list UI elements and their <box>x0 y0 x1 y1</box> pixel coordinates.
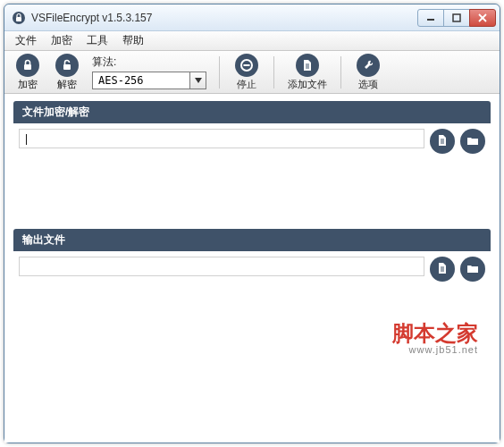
file-panel-body <box>13 123 491 222</box>
folder-icon <box>466 262 479 277</box>
toolbar-separator <box>273 56 274 89</box>
folder-icon <box>466 134 479 149</box>
file-panel-header: 文件加密/解密 <box>13 101 491 123</box>
file-path-input[interactable] <box>19 129 424 148</box>
toolbar-separator <box>340 56 341 89</box>
close-button[interactable] <box>469 9 496 27</box>
chevron-down-icon[interactable] <box>189 72 206 89</box>
file-icon <box>296 54 319 77</box>
lock-open-icon <box>55 54 79 77</box>
file-panel: 文件加密/解密 <box>13 101 491 222</box>
file-browse-button[interactable] <box>460 129 485 154</box>
window-title: VSFileEncrypt v1.5.3.157 <box>31 12 418 24</box>
add-file-button[interactable]: 添加文件 <box>283 54 332 91</box>
algorithm-group: 算法: AES-256 <box>92 55 206 89</box>
decrypt-label: 解密 <box>57 78 77 91</box>
algorithm-label: 算法: <box>92 55 206 70</box>
decrypt-button[interactable]: 解密 <box>49 54 85 91</box>
svg-marker-8 <box>195 78 202 83</box>
window-controls <box>418 9 496 27</box>
output-panel: 输出文件 <box>13 229 491 316</box>
options-label: 选项 <box>358 78 378 91</box>
svg-rect-3 <box>453 14 460 21</box>
output-panel-body <box>13 251 491 316</box>
stop-button[interactable]: 停止 <box>229 54 265 91</box>
menu-encrypt[interactable]: 加密 <box>44 31 80 50</box>
file-doc-button[interactable] <box>430 129 455 154</box>
file-icon <box>436 262 449 277</box>
algorithm-select[interactable]: AES-256 <box>92 72 206 89</box>
svg-rect-7 <box>63 64 71 70</box>
svg-rect-1 <box>16 17 21 21</box>
add-file-label: 添加文件 <box>288 78 327 91</box>
app-icon <box>12 11 26 25</box>
app-window: VSFileEncrypt v1.5.3.157 文件 加密 工具 帮助 <box>4 4 500 443</box>
maximize-button[interactable] <box>443 9 470 27</box>
svg-rect-6 <box>24 64 31 70</box>
watermark-text: 脚本之家 <box>13 323 491 344</box>
toolbar: 加密 解密 算法: AES-256 <box>4 51 500 94</box>
lock-closed-icon <box>16 54 39 77</box>
output-panel-header: 输出文件 <box>13 229 491 251</box>
options-button[interactable]: 选项 <box>350 54 386 91</box>
stop-label: 停止 <box>237 78 256 91</box>
encrypt-label: 加密 <box>18 78 38 91</box>
content-area: 文件加密/解密 <box>4 94 500 443</box>
minimize-button[interactable] <box>417 9 444 27</box>
wrench-icon <box>357 54 380 77</box>
algorithm-value: AES-256 <box>93 74 189 87</box>
menubar: 文件 加密 工具 帮助 <box>4 31 500 51</box>
menu-tools[interactable]: 工具 <box>80 31 115 50</box>
file-icon <box>436 134 449 149</box>
encrypt-button[interactable]: 加密 <box>10 54 46 91</box>
stop-icon <box>235 54 258 77</box>
titlebar[interactable]: VSFileEncrypt v1.5.3.157 <box>4 4 500 31</box>
output-path-input[interactable] <box>19 257 424 276</box>
output-doc-button[interactable] <box>430 257 455 282</box>
menu-help[interactable]: 帮助 <box>115 31 151 50</box>
watermark-url: www.jb51.net <box>13 344 491 355</box>
output-browse-button[interactable] <box>460 257 485 282</box>
menu-file[interactable]: 文件 <box>8 31 44 50</box>
toolbar-separator <box>219 56 220 89</box>
